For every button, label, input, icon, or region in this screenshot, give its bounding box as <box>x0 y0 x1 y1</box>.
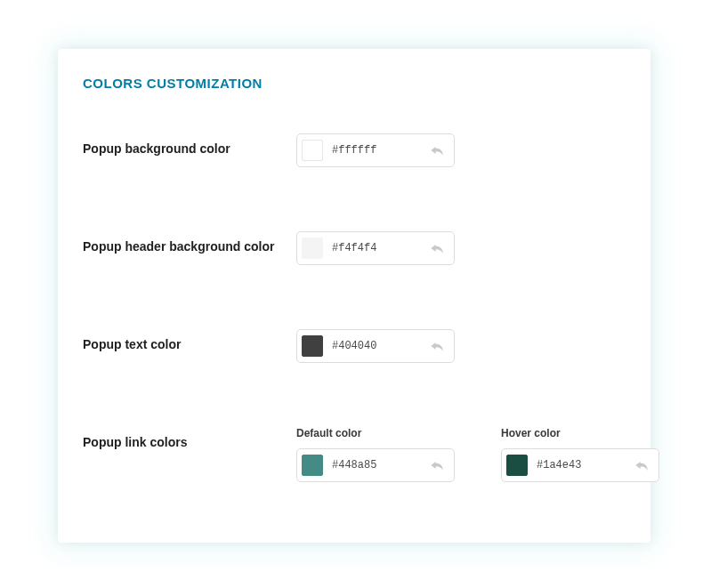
reset-text-color[interactable] <box>427 336 447 356</box>
section-title: COLORS CUSTOMIZATION <box>83 76 626 91</box>
label-link-colors: Popup link colors <box>83 434 296 451</box>
reset-header-bg[interactable] <box>427 238 447 258</box>
swatch-text-color[interactable] <box>302 335 323 357</box>
reset-link-hover[interactable] <box>632 455 651 475</box>
hex-input-link-hover[interactable] <box>537 459 632 471</box>
row-link-colors: Popup link colors Default color Hover co… <box>83 427 626 482</box>
undo-icon <box>430 341 444 351</box>
hex-input-popup-bg[interactable] <box>332 144 427 157</box>
color-input-text-color <box>296 329 455 363</box>
reset-popup-bg[interactable] <box>427 141 447 160</box>
hex-input-text-color[interactable] <box>332 340 427 352</box>
hex-input-header-bg[interactable] <box>332 242 427 254</box>
swatch-popup-bg[interactable] <box>302 140 323 161</box>
color-input-header-bg <box>296 231 455 265</box>
sublabel-default-color: Default color <box>296 427 455 439</box>
color-input-link-default <box>296 448 455 482</box>
swatch-link-default[interactable] <box>302 455 323 476</box>
row-popup-bg: Popup background color <box>83 133 626 167</box>
settings-card: COLORS CUSTOMIZATION Popup background co… <box>58 49 650 543</box>
color-input-popup-bg <box>296 133 455 167</box>
undo-icon <box>430 243 444 254</box>
undo-icon <box>430 145 444 156</box>
swatch-link-hover[interactable] <box>506 455 528 476</box>
swatch-header-bg[interactable] <box>302 238 323 259</box>
label-header-bg: Popup header background color <box>83 238 296 255</box>
row-header-bg: Popup header background color <box>83 231 626 265</box>
label-text-color: Popup text color <box>83 336 296 353</box>
label-popup-bg: Popup background color <box>83 141 296 157</box>
sublabel-hover-color: Hover color <box>501 427 659 439</box>
hex-input-link-default[interactable] <box>332 459 427 471</box>
undo-icon <box>634 460 649 471</box>
undo-icon <box>430 460 444 471</box>
row-text-color: Popup text color <box>83 329 626 363</box>
reset-link-default[interactable] <box>427 455 447 475</box>
color-input-link-hover <box>501 448 659 482</box>
